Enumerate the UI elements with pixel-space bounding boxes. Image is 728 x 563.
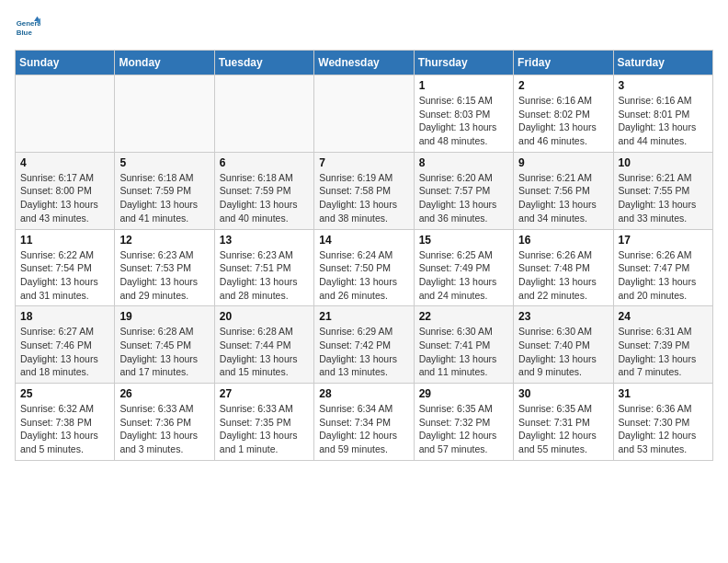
calendar-cell: 23Sunrise: 6:30 AM Sunset: 7:40 PM Dayli… <box>514 306 613 384</box>
calendar-cell: 10Sunrise: 6:21 AM Sunset: 7:55 PM Dayli… <box>613 152 712 229</box>
calendar-cell: 5Sunrise: 6:18 AM Sunset: 7:59 PM Daylig… <box>115 152 214 229</box>
day-number: 5 <box>119 156 209 169</box>
calendar-cell: 8Sunrise: 6:20 AM Sunset: 7:57 PM Daylig… <box>414 152 513 229</box>
calendar-cell: 22Sunrise: 6:30 AM Sunset: 7:41 PM Dayli… <box>414 306 513 384</box>
day-detail: Sunrise: 6:18 AM Sunset: 7:59 PM Dayligh… <box>220 171 309 225</box>
column-header-monday: Monday <box>115 51 214 75</box>
calendar-cell: 11Sunrise: 6:22 AM Sunset: 7:54 PM Dayli… <box>16 229 115 306</box>
day-detail: Sunrise: 6:30 AM Sunset: 7:41 PM Dayligh… <box>419 325 508 379</box>
day-number: 26 <box>119 387 209 400</box>
calendar-cell: 29Sunrise: 6:35 AM Sunset: 7:32 PM Dayli… <box>414 384 513 461</box>
day-number: 24 <box>619 310 708 323</box>
day-number: 4 <box>20 156 109 169</box>
calendar-week-5: 25Sunrise: 6:32 AM Sunset: 7:38 PM Dayli… <box>16 384 713 461</box>
calendar-week-1: 1Sunrise: 6:15 AM Sunset: 8:03 PM Daylig… <box>16 75 713 153</box>
day-detail: Sunrise: 6:34 AM Sunset: 7:34 PM Dayligh… <box>319 402 408 456</box>
day-detail: Sunrise: 6:28 AM Sunset: 7:45 PM Dayligh… <box>119 325 209 379</box>
day-detail: Sunrise: 6:29 AM Sunset: 7:42 PM Dayligh… <box>319 325 408 379</box>
column-header-saturday: Saturday <box>613 51 712 75</box>
day-number: 1 <box>419 79 508 92</box>
calendar-cell: 19Sunrise: 6:28 AM Sunset: 7:45 PM Dayli… <box>115 306 214 384</box>
calendar-cell: 26Sunrise: 6:33 AM Sunset: 7:36 PM Dayli… <box>115 384 214 461</box>
day-number: 3 <box>619 79 708 92</box>
calendar-cell: 2Sunrise: 6:16 AM Sunset: 8:02 PM Daylig… <box>514 75 613 153</box>
day-detail: Sunrise: 6:33 AM Sunset: 7:36 PM Dayligh… <box>119 402 209 456</box>
day-detail: Sunrise: 6:25 AM Sunset: 7:49 PM Dayligh… <box>419 248 508 303</box>
day-number: 18 <box>20 310 109 323</box>
day-detail: Sunrise: 6:15 AM Sunset: 8:03 PM Dayligh… <box>419 94 508 148</box>
calendar-cell: 1Sunrise: 6:15 AM Sunset: 8:03 PM Daylig… <box>414 75 513 153</box>
day-detail: Sunrise: 6:21 AM Sunset: 7:56 PM Dayligh… <box>518 171 608 225</box>
day-detail: Sunrise: 6:28 AM Sunset: 7:44 PM Dayligh… <box>220 325 309 379</box>
calendar-cell: 31Sunrise: 6:36 AM Sunset: 7:30 PM Dayli… <box>613 384 712 461</box>
column-header-wednesday: Wednesday <box>314 51 414 75</box>
day-number: 6 <box>220 156 309 169</box>
calendar-cell: 28Sunrise: 6:34 AM Sunset: 7:34 PM Dayli… <box>314 384 414 461</box>
calendar-cell: 7Sunrise: 6:19 AM Sunset: 7:58 PM Daylig… <box>314 152 414 229</box>
calendar-cell <box>115 75 214 153</box>
day-number: 14 <box>319 234 408 247</box>
day-number: 15 <box>419 234 508 247</box>
day-number: 30 <box>518 387 608 400</box>
day-detail: Sunrise: 6:23 AM Sunset: 7:51 PM Dayligh… <box>220 248 309 303</box>
day-detail: Sunrise: 6:16 AM Sunset: 8:01 PM Dayligh… <box>619 94 708 148</box>
calendar-week-2: 4Sunrise: 6:17 AM Sunset: 8:00 PM Daylig… <box>16 152 713 229</box>
calendar-cell: 14Sunrise: 6:24 AM Sunset: 7:50 PM Dayli… <box>314 229 414 306</box>
day-number: 10 <box>619 156 708 169</box>
day-number: 19 <box>119 310 209 323</box>
day-detail: Sunrise: 6:18 AM Sunset: 7:59 PM Dayligh… <box>119 171 209 225</box>
day-detail: Sunrise: 6:31 AM Sunset: 7:39 PM Dayligh… <box>619 325 708 379</box>
calendar-cell: 30Sunrise: 6:35 AM Sunset: 7:31 PM Dayli… <box>514 384 613 461</box>
day-detail: Sunrise: 6:35 AM Sunset: 7:32 PM Dayligh… <box>419 402 508 456</box>
calendar-cell <box>314 75 414 153</box>
logo: General Blue <box>15 15 44 40</box>
day-number: 20 <box>220 310 309 323</box>
calendar-cell: 9Sunrise: 6:21 AM Sunset: 7:56 PM Daylig… <box>514 152 613 229</box>
calendar-cell: 18Sunrise: 6:27 AM Sunset: 7:46 PM Dayli… <box>16 306 115 384</box>
column-header-tuesday: Tuesday <box>214 51 313 75</box>
calendar-cell <box>214 75 313 153</box>
calendar-cell: 16Sunrise: 6:26 AM Sunset: 7:48 PM Dayli… <box>514 229 613 306</box>
column-header-sunday: Sunday <box>16 51 115 75</box>
day-number: 8 <box>419 156 508 169</box>
calendar-week-4: 18Sunrise: 6:27 AM Sunset: 7:46 PM Dayli… <box>16 306 713 384</box>
calendar-cell: 12Sunrise: 6:23 AM Sunset: 7:53 PM Dayli… <box>115 229 214 306</box>
day-number: 7 <box>319 156 408 169</box>
day-detail: Sunrise: 6:19 AM Sunset: 7:58 PM Dayligh… <box>319 171 408 225</box>
day-number: 12 <box>119 234 209 247</box>
day-number: 31 <box>619 387 708 400</box>
calendar-cell: 25Sunrise: 6:32 AM Sunset: 7:38 PM Dayli… <box>16 384 115 461</box>
day-number: 13 <box>220 234 309 247</box>
calendar-cell: 24Sunrise: 6:31 AM Sunset: 7:39 PM Dayli… <box>613 306 712 384</box>
day-detail: Sunrise: 6:33 AM Sunset: 7:35 PM Dayligh… <box>220 402 309 456</box>
calendar-cell: 17Sunrise: 6:26 AM Sunset: 7:47 PM Dayli… <box>613 229 712 306</box>
page-header: General Blue <box>15 15 713 40</box>
day-detail: Sunrise: 6:30 AM Sunset: 7:40 PM Dayligh… <box>518 325 608 379</box>
day-number: 25 <box>20 387 109 400</box>
day-detail: Sunrise: 6:26 AM Sunset: 7:47 PM Dayligh… <box>619 248 708 303</box>
calendar-cell: 3Sunrise: 6:16 AM Sunset: 8:01 PM Daylig… <box>613 75 712 153</box>
calendar-cell: 21Sunrise: 6:29 AM Sunset: 7:42 PM Dayli… <box>314 306 414 384</box>
calendar-cell <box>16 75 115 153</box>
day-detail: Sunrise: 6:24 AM Sunset: 7:50 PM Dayligh… <box>319 248 408 303</box>
day-detail: Sunrise: 6:16 AM Sunset: 8:02 PM Dayligh… <box>518 94 608 148</box>
day-number: 9 <box>518 156 608 169</box>
day-detail: Sunrise: 6:26 AM Sunset: 7:48 PM Dayligh… <box>518 248 608 303</box>
day-number: 23 <box>518 310 608 323</box>
day-detail: Sunrise: 6:17 AM Sunset: 8:00 PM Dayligh… <box>20 171 109 225</box>
calendar-table: SundayMondayTuesdayWednesdayThursdayFrid… <box>15 50 713 461</box>
day-detail: Sunrise: 6:27 AM Sunset: 7:46 PM Dayligh… <box>20 325 109 379</box>
calendar-cell: 27Sunrise: 6:33 AM Sunset: 7:35 PM Dayli… <box>214 384 313 461</box>
day-number: 21 <box>319 310 408 323</box>
day-number: 11 <box>20 234 109 247</box>
svg-text:Blue: Blue <box>17 29 33 37</box>
day-detail: Sunrise: 6:22 AM Sunset: 7:54 PM Dayligh… <box>20 248 109 303</box>
day-detail: Sunrise: 6:21 AM Sunset: 7:55 PM Dayligh… <box>619 171 708 225</box>
calendar-week-3: 11Sunrise: 6:22 AM Sunset: 7:54 PM Dayli… <box>16 229 713 306</box>
day-detail: Sunrise: 6:20 AM Sunset: 7:57 PM Dayligh… <box>419 171 508 225</box>
calendar-cell: 15Sunrise: 6:25 AM Sunset: 7:49 PM Dayli… <box>414 229 513 306</box>
calendar-cell: 4Sunrise: 6:17 AM Sunset: 8:00 PM Daylig… <box>16 152 115 229</box>
day-number: 28 <box>319 387 408 400</box>
day-detail: Sunrise: 6:23 AM Sunset: 7:53 PM Dayligh… <box>119 248 209 303</box>
day-number: 2 <box>518 79 608 92</box>
